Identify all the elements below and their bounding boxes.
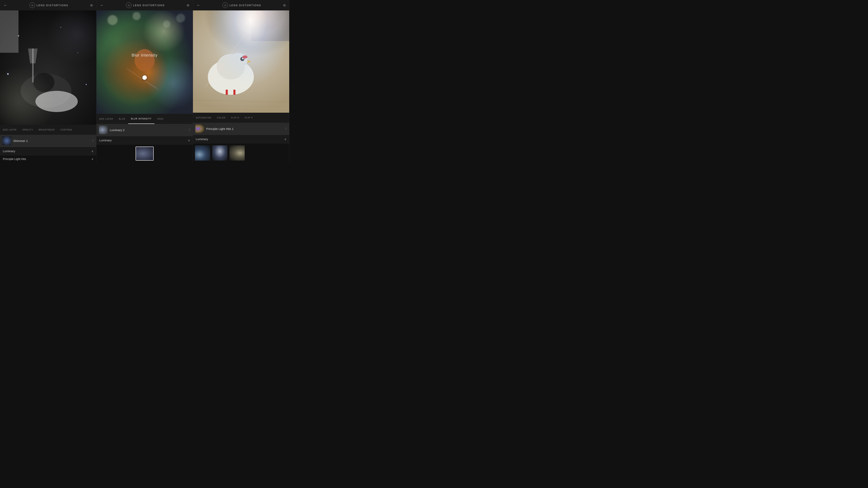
panel-1: ← ◎ LENS DISTORTIONS ⎋ [0, 0, 96, 163]
export-button-2[interactable]: ⎋ [186, 2, 190, 8]
toolbar-flip-v-3[interactable]: FLIP V [242, 113, 255, 123]
dropdown-label-3: Luminary [196, 137, 208, 141]
panel-3: ← ◎ LENS DISTORTIONS ⎋ [193, 0, 289, 163]
svg-marker-31 [247, 60, 251, 63]
back-button-3[interactable]: ← [196, 2, 201, 8]
chicken-image [193, 10, 289, 113]
svg-point-26 [208, 59, 254, 95]
thumbnails-grid-3 [193, 143, 289, 163]
drag-handle-2[interactable]: ⠿ [188, 128, 190, 132]
toolbar-add-layer-1[interactable]: ADD LAYER [0, 125, 20, 135]
layer-row-3[interactable]: Principle Light Hits 1 ⠿ [193, 123, 289, 135]
export-button-1[interactable]: ⎋ [90, 2, 93, 8]
header-center-1: ◎ LENS DISTORTIONS [29, 2, 68, 8]
svg-rect-35 [193, 10, 289, 113]
svg-rect-33 [226, 90, 228, 95]
thumb-item-3[interactable] [229, 145, 245, 161]
toolbar-opacity-2[interactable]: OPAC [154, 114, 167, 124]
svg-rect-1 [0, 10, 19, 53]
chevron-up-icon-1: ∧ [91, 150, 93, 153]
layer-row-1[interactable]: Shimmer 1 ⠿ [0, 135, 96, 147]
layer-thumb-1 [2, 136, 11, 145]
svg-marker-5 [28, 48, 38, 63]
svg-point-30 [242, 58, 244, 59]
toolbar-opacity-1[interactable]: OPACITY [20, 125, 36, 135]
chevron-down-icon-1: ∨ [91, 157, 93, 161]
toolbar-blur-intensity-2[interactable]: BLUR INTENSITY [128, 114, 154, 124]
header-3: ← ◎ LENS DISTORTIONS ⎋ [193, 0, 289, 10]
logo-icon-1: ◎ [29, 2, 35, 8]
svg-point-29 [240, 57, 244, 61]
dropdown-luminary-1[interactable]: Luminary ∧ [0, 147, 96, 155]
selected-thumb-2[interactable] [135, 147, 154, 161]
app-title-2: LENS DISTORTIONS [133, 4, 165, 7]
svg-point-28 [229, 53, 247, 68]
layer-name-3: Principle Light Hits 1 [206, 127, 283, 131]
svg-rect-34 [234, 90, 236, 95]
svg-point-9 [78, 52, 78, 53]
back-button-2[interactable]: ← [99, 2, 104, 8]
app-title-1: LENS DISTORTIONS [37, 4, 68, 7]
layers-section-1: Shimmer 1 ⠿ Luminary ∧ Principle Light H… [0, 135, 96, 163]
panel-2: ← ◎ LENS DISTORTIONS ⎋ [96, 0, 193, 163]
layer-thumb-2 [99, 126, 108, 134]
svg-point-32 [242, 55, 247, 58]
svg-point-6 [18, 35, 19, 36]
svg-rect-4 [32, 48, 33, 83]
header-2: ← ◎ LENS DISTORTIONS ⎋ [96, 0, 193, 10]
layer-thumb-3 [195, 124, 204, 133]
layers-section-2: Luminary 2 ⠿ Luminary ∨ [96, 124, 193, 163]
blur-label: Blur Intensity [131, 53, 158, 58]
svg-rect-0 [0, 10, 96, 125]
drag-handle-1[interactable]: ⠿ [92, 139, 94, 142]
toolbar-3: SATURATION COLOR FLIP H FLIP V [193, 113, 289, 123]
toolbar-blur-2[interactable]: BLUR [116, 114, 128, 124]
thumb-item-2[interactable] [212, 145, 228, 161]
toolbar-add-layer-2[interactable]: ADD LAYER [96, 114, 116, 124]
toolbar-color-3[interactable]: COLOR [214, 113, 228, 123]
toolbar-2: ADD LAYER BLUR BLUR INTENSITY OPAC [96, 114, 193, 124]
header-center-3: ◎ LENS DISTORTIONS [222, 2, 261, 8]
blur-slider-thumb[interactable] [143, 75, 147, 80]
dropdown-luminary-2[interactable]: Luminary ∨ [96, 136, 193, 144]
dropdown-luminary-3[interactable]: Luminary ∨ [193, 135, 289, 143]
svg-point-7 [60, 27, 61, 28]
svg-point-11 [35, 91, 78, 112]
svg-rect-25 [251, 10, 289, 41]
image-area-1 [0, 10, 96, 125]
back-button-1[interactable]: ← [3, 2, 8, 8]
cat-image [0, 10, 96, 125]
toolbar-contrast-1[interactable]: CONTRAS [58, 125, 75, 135]
logo-icon-3: ◎ [222, 2, 228, 8]
svg-line-24 [193, 105, 289, 107]
header-center-2: ◎ LENS DISTORTIONS [126, 2, 165, 8]
toolbar-flip-h-3[interactable]: FLIP H [228, 113, 242, 123]
svg-line-23 [193, 100, 289, 102]
blur-overlay: Blur Intensity [96, 10, 193, 114]
toolbar-brightness-1[interactable]: BRIGHTNESS [36, 125, 58, 135]
export-button-3[interactable]: ⎋ [283, 2, 286, 8]
svg-point-3 [33, 73, 55, 92]
svg-rect-22 [193, 10, 289, 113]
layer-name-1: Shimmer 1 [13, 139, 90, 142]
image-area-3 [193, 10, 289, 113]
toolbar-saturation-3[interactable]: SATURATION [193, 113, 214, 123]
dropdown-label-2: Luminary [99, 138, 112, 142]
toolbar-1: ADD LAYER OPACITY BRIGHTNESS CONTRAS [0, 125, 96, 135]
svg-point-8 [7, 73, 9, 74]
logo-icon-2: ◎ [126, 2, 131, 8]
layers-section-3: Principle Light Hits 1 ⠿ Luminary ∨ [193, 123, 289, 163]
header-1: ← ◎ LENS DISTORTIONS ⎋ [0, 0, 96, 10]
drag-handle-3[interactable]: ⠿ [285, 127, 287, 130]
svg-rect-36 [193, 10, 289, 113]
chevron-down-icon-3: ∨ [284, 137, 286, 141]
category-label-1: Principle Light Hits [3, 157, 26, 161]
layer-name-2: Luminary 2 [110, 128, 186, 132]
svg-point-27 [217, 54, 245, 79]
image-area-2: Blur Intensity [96, 10, 193, 114]
category-row-1[interactable]: Principle Light Hits ∨ [0, 155, 96, 163]
layer-row-2[interactable]: Luminary 2 ⠿ [96, 124, 193, 136]
app-title-3: LENS DISTORTIONS [229, 4, 261, 7]
dropdown-label-1: Luminary [3, 150, 15, 153]
thumb-item-1[interactable] [194, 145, 211, 161]
